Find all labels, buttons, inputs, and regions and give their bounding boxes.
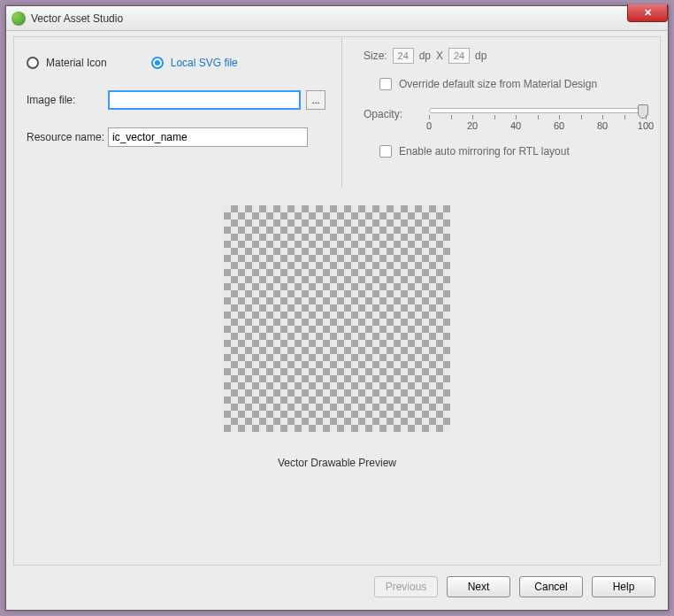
right-panel: Size: 24 dp X 24 dp Override default siz… bbox=[341, 37, 660, 188]
tick-label: 80 bbox=[597, 120, 608, 131]
override-size-label: Override default size from Material Desi… bbox=[399, 78, 597, 90]
resource-name-row: Resource name: bbox=[27, 127, 329, 147]
resource-name-label: Resource name: bbox=[27, 131, 108, 143]
radio-label: Local SVG file bbox=[171, 57, 238, 69]
radio-local-svg[interactable]: Local SVG file bbox=[151, 57, 238, 69]
size-unit: dp bbox=[419, 50, 431, 62]
size-row: Size: 24 dp X 24 dp bbox=[364, 48, 646, 64]
source-radio-group: Material Icon Local SVG file bbox=[27, 57, 329, 69]
button-bar: Previous Next Cancel Help bbox=[13, 571, 661, 603]
browse-button[interactable]: ... bbox=[306, 90, 326, 110]
previous-button: Previous bbox=[374, 576, 438, 597]
titlebar[interactable]: Vector Asset Studio ✕ bbox=[6, 6, 668, 31]
size-label: Size: bbox=[364, 50, 387, 62]
size-height-input[interactable]: 24 bbox=[448, 48, 470, 64]
window-title: Vector Asset Studio bbox=[31, 12, 123, 25]
image-file-label: Image file: bbox=[27, 94, 108, 106]
client-area: Material Icon Local SVG file Image file:… bbox=[13, 36, 661, 566]
top-area: Material Icon Local SVG file Image file:… bbox=[14, 37, 660, 188]
tick-label: 40 bbox=[510, 120, 521, 131]
help-button[interactable]: Help bbox=[592, 576, 655, 597]
size-unit: dp bbox=[475, 50, 486, 62]
next-button[interactable]: Next bbox=[447, 576, 510, 597]
radio-icon bbox=[27, 57, 39, 69]
preview-area: Vector Drawable Preview bbox=[14, 188, 660, 469]
rtl-checkbox[interactable] bbox=[379, 145, 392, 158]
tick-label: 100 bbox=[638, 120, 654, 131]
tick-label: 0 bbox=[426, 120, 432, 131]
radio-material-icon[interactable]: Material Icon bbox=[27, 57, 107, 69]
image-file-row: Image file: ... bbox=[27, 90, 329, 110]
slider-track bbox=[429, 108, 646, 113]
radio-icon bbox=[151, 57, 164, 69]
opacity-label: Opacity: bbox=[364, 108, 402, 120]
app-icon bbox=[11, 12, 26, 26]
size-sep: X bbox=[436, 50, 443, 62]
rtl-row: Enable auto mirroring for RTL layout bbox=[379, 145, 646, 158]
resource-name-input[interactable] bbox=[108, 127, 308, 147]
opacity-slider[interactable]: 020406080100 bbox=[429, 106, 646, 133]
cancel-button[interactable]: Cancel bbox=[519, 576, 583, 597]
radio-label: Material Icon bbox=[46, 57, 107, 69]
slider-ticks: 020406080100 bbox=[429, 115, 646, 133]
tick-label: 20 bbox=[467, 120, 478, 131]
opacity-row: Opacity: 020406080100 bbox=[364, 106, 646, 133]
close-button[interactable]: ✕ bbox=[627, 4, 668, 22]
image-file-input[interactable] bbox=[108, 90, 301, 110]
override-size-row: Override default size from Material Desi… bbox=[379, 78, 646, 90]
dialog-window: Vector Asset Studio ✕ Material Icon Loca… bbox=[5, 5, 669, 611]
left-panel: Material Icon Local SVG file Image file:… bbox=[14, 37, 341, 188]
size-width-input[interactable]: 24 bbox=[393, 48, 414, 64]
override-size-checkbox[interactable] bbox=[379, 78, 392, 90]
preview-canvas bbox=[224, 205, 450, 432]
tick-label: 60 bbox=[554, 120, 564, 131]
preview-caption: Vector Drawable Preview bbox=[14, 457, 660, 469]
rtl-label: Enable auto mirroring for RTL layout bbox=[399, 145, 570, 158]
